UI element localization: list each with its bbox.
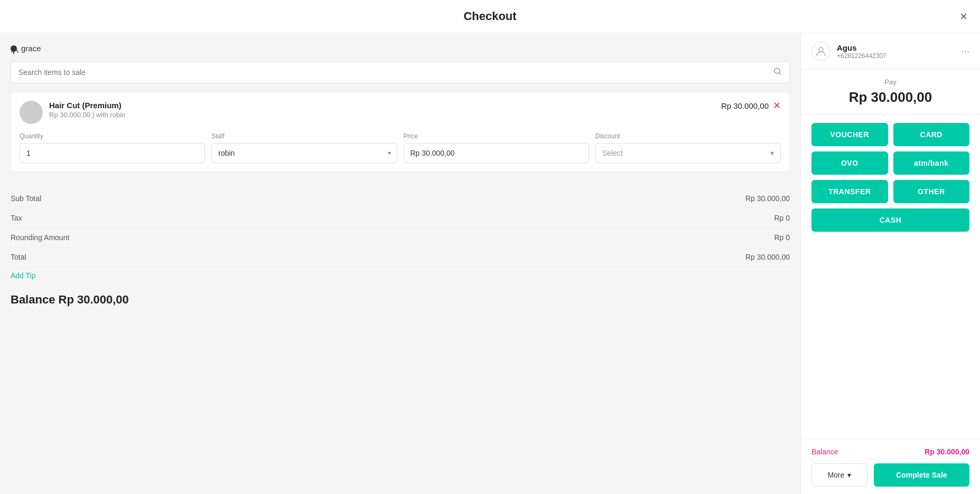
item-header: Hair Cut (Premium) Rp 30.000,00 | with r… xyxy=(20,101,781,124)
transfer-button[interactable]: TRANSFER xyxy=(811,180,888,203)
tax-value: Rp 0 xyxy=(774,214,790,222)
svg-point-0 xyxy=(13,46,16,50)
close-button[interactable]: × xyxy=(960,10,967,23)
more-label: More xyxy=(827,471,844,479)
subtotal-label: Sub Total xyxy=(11,194,41,203)
balance-display: Balance Rp 30.000,00 xyxy=(11,293,790,307)
complete-sale-button[interactable]: Complete Sale xyxy=(874,463,969,487)
staff-select-wrapper[interactable]: robin xyxy=(211,143,397,163)
customer-phone: +6281226442307 xyxy=(837,52,955,60)
pay-section: Pay Rp 30.000,00 xyxy=(801,70,980,115)
item-price: Rp 30.000,00 xyxy=(721,101,769,110)
cash-button[interactable]: CASH xyxy=(811,208,969,232)
item-name: Hair Cut (Premium) xyxy=(49,101,715,110)
rounding-row: Rounding Amount Rp 0 xyxy=(11,228,790,248)
balance-footer-amount: Rp 30.000,00 xyxy=(925,448,969,456)
right-footer: Balance Rp 30.000,00 More ▾ Complete Sal… xyxy=(801,440,980,494)
discount-select[interactable]: Select ▾ xyxy=(595,143,781,163)
remove-item-button[interactable]: ✕ xyxy=(773,101,781,110)
subtotal-row: Sub Total Rp 30.000,00 xyxy=(11,189,790,208)
payment-row-4: CASH xyxy=(811,208,969,232)
more-chevron-icon: ▾ xyxy=(847,471,851,479)
item-info: Hair Cut (Premium) Rp 30.000,00 | with r… xyxy=(49,101,715,119)
checkout-header: Checkout × xyxy=(0,0,980,33)
item-sub: Rp 30.000,00 | with robin xyxy=(49,111,715,119)
subtotal-value: Rp 30.000,00 xyxy=(745,194,790,203)
payment-row-1: VOUCHER CARD xyxy=(811,123,969,146)
search-input[interactable] xyxy=(18,68,769,77)
quantity-field-group: Quantity xyxy=(20,132,205,163)
total-label: Total xyxy=(11,253,26,261)
quantity-input[interactable] xyxy=(20,143,205,163)
tax-label: Tax xyxy=(11,214,22,222)
item-price-row: Rp 30.000,00 ✕ xyxy=(721,101,781,110)
payment-row-2: OVO atm/bank xyxy=(811,151,969,175)
price-field-group: Price xyxy=(404,132,589,163)
staff-icon xyxy=(11,45,17,52)
staff-field-group: Staff robin xyxy=(211,132,397,163)
discount-field-group: Discount Select ▾ xyxy=(595,132,781,163)
svg-point-3 xyxy=(819,48,823,52)
atm-bank-button[interactable]: atm/bank xyxy=(893,151,970,175)
footer-actions: More ▾ Complete Sale xyxy=(811,463,969,487)
item-fields: Quantity Staff robin Pric xyxy=(20,132,781,163)
content-area: grace Hair Cut (Premium) R xyxy=(0,33,980,494)
balance-footer-label: Balance xyxy=(811,448,838,456)
customer-name: Agus xyxy=(837,43,955,52)
customer-row: Agus +6281226442307 ··· xyxy=(801,33,980,70)
summary-section: Sub Total Rp 30.000,00 Tax Rp 0 Rounding… xyxy=(11,180,790,315)
staff-field-label: Staff xyxy=(211,132,397,140)
price-field-label: Price xyxy=(404,132,589,140)
voucher-button[interactable]: VOUCHER xyxy=(811,123,888,146)
staff-label: grace xyxy=(11,44,790,53)
price-input[interactable] xyxy=(404,143,589,163)
ovo-button[interactable]: OVO xyxy=(811,151,888,175)
total-row: Total Rp 30.000,00 xyxy=(11,248,790,267)
page-title: Checkout xyxy=(463,10,516,23)
tax-row: Tax Rp 0 xyxy=(11,208,790,228)
customer-more-button[interactable]: ··· xyxy=(962,46,969,57)
rounding-label: Rounding Amount xyxy=(11,233,69,242)
balance-footer-row: Balance Rp 30.000,00 xyxy=(811,448,969,456)
discount-placeholder: Select xyxy=(602,149,623,157)
pay-amount: Rp 30.000,00 xyxy=(811,89,969,106)
left-panel: grace Hair Cut (Premium) R xyxy=(0,33,800,494)
discount-label: Discount xyxy=(595,132,781,140)
payment-row-3: TRANSFER OTHER xyxy=(811,180,969,203)
staff-select[interactable]: robin xyxy=(211,143,397,163)
total-value: Rp 30.000,00 xyxy=(745,253,790,261)
rounding-value: Rp 0 xyxy=(774,233,790,242)
payment-buttons: VOUCHER CARD OVO atm/bank TRANSFER OTHER… xyxy=(801,115,980,440)
item-avatar xyxy=(20,101,43,124)
card-button[interactable]: CARD xyxy=(893,123,970,146)
svg-line-2 xyxy=(779,73,781,74)
discount-chevron-icon: ▾ xyxy=(770,149,774,157)
avatar xyxy=(811,42,830,61)
customer-info: Agus +6281226442307 xyxy=(837,43,955,60)
item-card: Hair Cut (Premium) Rp 30.000,00 | with r… xyxy=(11,92,790,172)
add-tip-link[interactable]: Add Tip xyxy=(11,271,35,280)
pay-label: Pay xyxy=(811,78,969,86)
search-bar[interactable] xyxy=(11,61,790,83)
quantity-label: Quantity xyxy=(20,132,205,140)
staff-name: grace xyxy=(21,44,41,53)
search-icon xyxy=(773,67,782,78)
right-panel: Agus +6281226442307 ··· Pay Rp 30.000,00… xyxy=(800,33,980,494)
more-button[interactable]: More ▾ xyxy=(811,463,867,487)
other-button[interactable]: OTHER xyxy=(893,180,970,203)
